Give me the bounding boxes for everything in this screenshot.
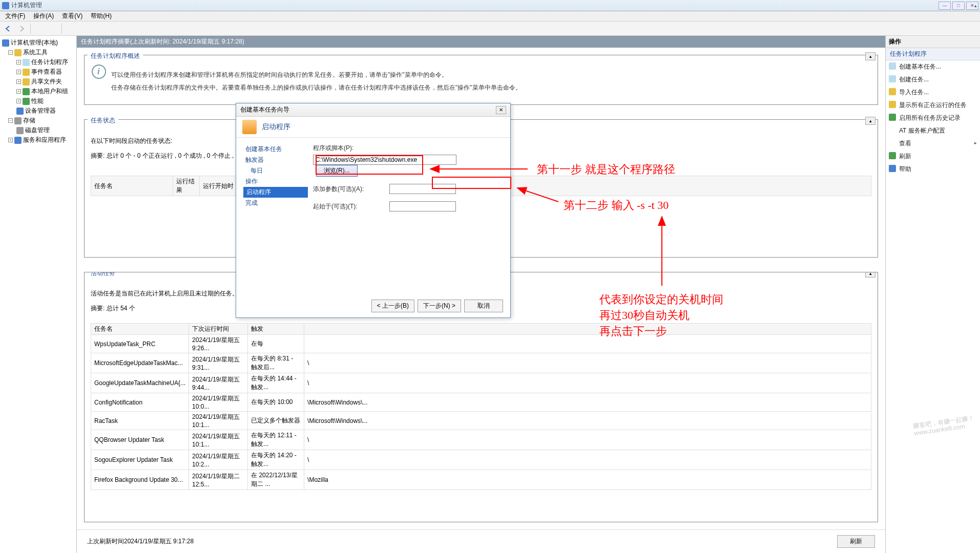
menu-file[interactable]: 文件(F) <box>2 11 28 22</box>
tree-shared-folders[interactable]: +共享文件夹 <box>1 77 75 87</box>
collapse-button[interactable]: ▴ <box>865 272 875 278</box>
back-button[interactable]: < 上一步(B) <box>371 300 414 312</box>
tree-services[interactable]: +服务和应用程序 <box>1 135 75 145</box>
nav-action[interactable]: 操作 <box>243 176 308 187</box>
expand-icon[interactable]: + <box>16 89 21 94</box>
col-next-run[interactable]: 下次运行时间 <box>189 324 248 335</box>
action-create-task[interactable]: 创建任务... <box>886 73 980 86</box>
tree-performance[interactable]: +性能 <box>1 96 75 106</box>
table-row[interactable]: ConfigNotification2024/1/19/星期五 10:0...在… <box>91 393 871 412</box>
actions-panel: 操作 任务计划程序▴ 创建基本任务... 创建任务... 导入任务... 显示所… <box>885 36 980 553</box>
table-row[interactable]: RacTask2024/1/19/星期五 10:1...已定义多个触发器\Mic… <box>91 412 871 430</box>
table-cell: \ <box>304 450 871 470</box>
chevron-up-icon[interactable]: ▴ <box>974 3 977 8</box>
up-button[interactable] <box>33 23 46 35</box>
properties-button[interactable] <box>47 23 59 35</box>
expand-icon[interactable]: + <box>16 70 21 74</box>
nav-start-program[interactable]: 启动程序 <box>243 187 308 198</box>
action-at-account[interactable]: AT 服务帐户配置 <box>886 124 980 137</box>
expand-icon[interactable]: + <box>16 79 21 84</box>
col-trigger[interactable]: 触发 <box>248 324 304 335</box>
expand-icon[interactable]: + <box>16 60 21 65</box>
table-cell: SogouExplorer Updater Task <box>91 450 189 470</box>
col-result[interactable]: 运行结果 <box>173 176 200 196</box>
table-row[interactable]: WpsUpdateTask_PRC2024/1/19/星期五 9:26...在每 <box>91 335 871 353</box>
action-create-basic-task[interactable]: 创建基本任务... <box>886 60 980 73</box>
window-titlebar: 计算机管理 — □ ✕ <box>0 0 980 11</box>
bottom-bar: 上次刷新时间2024/1/19/星期五 9:17:28 刷新 <box>77 529 885 553</box>
active-title: 活动任务 <box>88 272 118 279</box>
nav-daily[interactable]: 每日 <box>243 165 308 176</box>
wizard-nav: 创建基本任务 触发器 每日 操作 启动程序 完成 <box>236 138 308 307</box>
tree-event-viewer[interactable]: +事件查看器 <box>1 67 75 77</box>
toggle-button[interactable] <box>78 23 90 35</box>
minimize-button[interactable]: — <box>939 2 951 10</box>
maximize-button[interactable]: □ <box>952 2 965 10</box>
wizard-title-text: 创建基本任务向导 <box>240 105 289 114</box>
action-refresh[interactable]: 刷新 <box>886 150 980 163</box>
table-row[interactable]: SogouExplorer Updater Task2024/1/19/星期五 … <box>91 450 871 470</box>
wizard-titlebar[interactable]: 创建基本任务向导 ✕ <box>236 103 510 117</box>
wizard-close-button[interactable]: ✕ <box>496 106 506 114</box>
overview-section: 任务计划程序概述 ▴ 可以使用任务计划程序来创建和管理计算机将在所指定的时间自动… <box>84 55 878 105</box>
table-cell: 在每天的 14:44 - 触发... <box>248 373 304 393</box>
arguments-input[interactable] <box>389 184 456 194</box>
nav-trigger[interactable]: 触发器 <box>243 155 308 165</box>
active-table[interactable]: 任务名 下次运行时间 触发 WpsUpdateTask_PRC2024/1/19… <box>91 323 871 490</box>
table-row[interactable]: MicrosoftEdgeUpdateTaskMac...2024/1/19/星… <box>91 353 871 373</box>
col-task-name[interactable]: 任务名 <box>91 176 173 196</box>
tree-disk-management[interactable]: 磁盘管理 <box>1 125 75 135</box>
tree-local-users[interactable]: +本地用户和组 <box>1 87 75 96</box>
services-icon <box>14 137 22 144</box>
refresh-button[interactable]: 刷新 <box>837 535 875 548</box>
tree-root[interactable]: 计算机管理(本地) <box>1 38 75 48</box>
collapse-icon[interactable]: − <box>8 50 13 55</box>
action-help[interactable]: 帮助 <box>886 163 980 176</box>
action-import-task[interactable]: 导入任务... <box>886 86 980 99</box>
browse-button[interactable]: 浏览(R)... <box>316 165 358 177</box>
cancel-button[interactable]: 取消 <box>464 300 503 312</box>
back-button[interactable] <box>2 23 14 35</box>
running-icon <box>889 101 896 108</box>
window-controls: — □ ✕ <box>939 2 978 10</box>
table-row[interactable]: GoogleUpdateTaskMachineUA{...2024/1/19/星… <box>91 373 871 393</box>
annotation-step-12: 第十二步 输入 -s -t 30 <box>564 198 669 213</box>
collapse-button[interactable]: ▴ <box>865 117 875 125</box>
help-button[interactable] <box>65 23 77 35</box>
nav-tree[interactable]: 计算机管理(本地) −系统工具 +任务计划程序 +事件查看器 +共享文件夹 +本… <box>0 36 77 553</box>
tree-task-scheduler[interactable]: +任务计划程序 <box>1 57 75 67</box>
program-label: 程序或脚本(P): <box>313 144 502 153</box>
actions-panel-title: 操作 <box>886 36 980 48</box>
tree-device-manager[interactable]: 设备管理器 <box>1 106 75 116</box>
program-input[interactable] <box>313 155 456 165</box>
action-enable-history[interactable]: 启用所有任务历史记录 <box>886 112 980 124</box>
table-cell: \ <box>304 430 871 450</box>
menu-view[interactable]: 查看(V) <box>59 11 86 22</box>
collapse-button[interactable]: ▴ <box>865 52 875 60</box>
col-task-name[interactable]: 任务名 <box>91 324 189 335</box>
startin-input[interactable] <box>389 201 456 211</box>
table-row[interactable]: Firefox Background Update 30...2024/1/19… <box>91 470 871 490</box>
nav-create-basic-task[interactable]: 创建基本任务 <box>243 144 308 155</box>
wizard-header: 启动程序 <box>236 117 510 138</box>
expand-icon[interactable]: + <box>16 99 21 103</box>
forward-button[interactable] <box>15 23 28 35</box>
table-cell: MicrosoftEdgeUpdateTaskMac... <box>91 353 189 373</box>
menu-action[interactable]: 操作(A) <box>30 11 57 22</box>
tree-storage[interactable]: −存储 <box>1 116 75 125</box>
table-cell: 2024/1/19/星期二 12:5... <box>189 470 248 490</box>
table-cell: 在每天的 8:31 - 触发后... <box>248 353 304 373</box>
table-row[interactable]: QQBrowser Updater Task2024/1/19/星期五 10:1… <box>91 430 871 450</box>
next-button[interactable]: 下一步(N) > <box>418 300 461 312</box>
menu-help[interactable]: 帮助(H) <box>88 11 115 22</box>
table-cell: \ <box>304 353 871 373</box>
collapse-icon[interactable]: − <box>8 118 13 123</box>
expand-icon[interactable]: + <box>8 138 13 142</box>
nav-finish[interactable]: 完成 <box>243 198 308 208</box>
startin-label: 起始于(可选)(T): <box>313 202 358 211</box>
col-location[interactable] <box>304 324 871 335</box>
table-cell: 2024/1/19/星期五 10:0... <box>189 393 248 412</box>
action-show-running[interactable]: 显示所有正在运行的任务 <box>886 99 980 112</box>
action-view[interactable]: 查看▸ <box>886 137 980 150</box>
tree-system-tools[interactable]: −系统工具 <box>1 48 75 57</box>
